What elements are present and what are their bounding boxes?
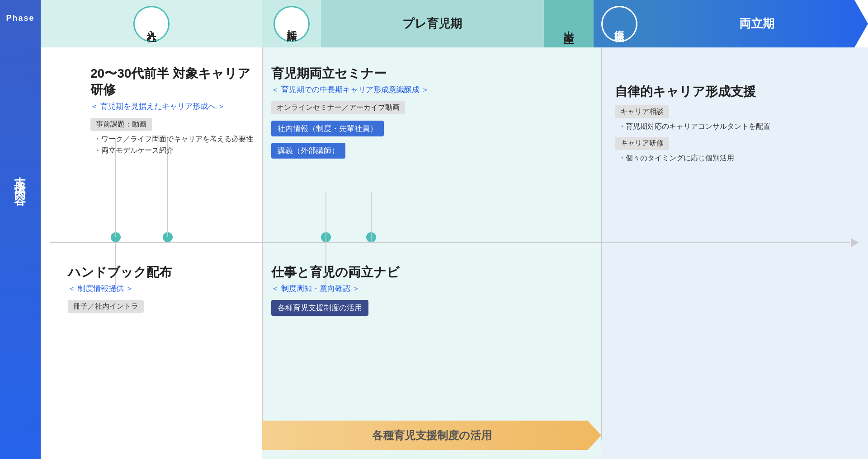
career-support-block: 自律的キャリア形成支援 キャリア相談 ・育児期対応のキャリアコンサルタントを配置… [615,84,796,165]
divider-2 [601,47,602,440]
ryoritsu-label: 両立期 [739,16,774,32]
seminar-tag2: 社内情報（制度・先輩社員） [271,121,384,136]
career-support-item1-sub: ・育児期対応のキャリアコンサルタントを配置 [618,122,796,131]
nyusha-circle: 入社 [133,6,170,42]
career-support-item2-sub: ・個々のタイミングに応じ個別活用 [618,154,796,163]
career-training-tag1: 事前課題：動画 [90,118,152,131]
pre-label: プレ育児期 [402,16,462,32]
phase-shussan: 出産 [544,0,594,47]
seminar-block: 育児期両立セミナー ＜ 育児期での中長期キャリア形成意識醸成 ＞ オンラインセミ… [271,66,461,162]
navi-title: 仕事と育児の両立ナビ [271,264,461,281]
phase-ryoritsu: 両立期 [646,0,868,47]
phase-label: Phase [6,14,34,23]
navi-subtitle: ＜ 制度周知・意向確認 ＞ [271,283,461,294]
handbook-block: ハンドブック配布 ＜ 制度情報提供 ＞ 冊子／社内イントラ [68,264,231,317]
content-area: 20〜30代前半 対象キャリア研修 ＜ 育児期を見据えたキャリア形成へ ＞ 事前… [41,47,868,459]
divider-1 [262,47,263,440]
career-training-bullet2: ・両立モデルケース紹介 [94,146,258,155]
orange-banner: 各種育児支援制度の活用 [262,421,601,450]
career-support-item2-label: キャリア研修 [615,137,669,150]
navi-block: 仕事と育児の両立ナビ ＜ 制度周知・意向確認 ＞ 各種育児支援制度の活用 [271,264,461,319]
handbook-tag1: 冊子／社内イントラ [68,300,144,313]
handbook-title: ハンドブック配布 [68,264,231,281]
seminar-tag3: 講義（外部講師） [271,143,345,159]
orange-banner-text: 各種育児支援制度の活用 [372,428,492,443]
phase-nyusha: 入社 [41,0,262,47]
timeline-line [50,242,850,243]
phase-fukushoku: 復職 [594,0,646,47]
navi-tag1: 各種育児支援制度の活用 [271,300,368,316]
seminar-tag1: オンラインセミナー／アーカイブ動画 [271,101,405,114]
phase-pre: プレ育児期 [321,0,544,47]
connector-4 [371,192,372,242]
career-training-title: 20〜30代前半 対象キャリア研修 [90,66,258,98]
shussan-text: 出産 [561,22,576,26]
fukushoku-circle: 復職 [601,6,637,42]
timeline-arrow [851,238,859,247]
career-support-item1-label: キャリア相談 [615,105,669,118]
left-bar: Phase 支援内容 [0,0,41,459]
phase-ninshin: 妊娠 [262,0,321,47]
ninshin-circle: 妊娠 [274,6,310,42]
seminar-title: 育児期両立セミナー [271,66,461,82]
header-row: 入社 妊娠 プレ育児期 出産 復職 両立期 [41,0,868,47]
main-label: 支援内容 [13,168,28,189]
career-training-subtitle: ＜ 育児期を見据えたキャリア形成へ ＞ [90,101,258,112]
career-training-bullet1: ・ワーク／ライフ両面でキャリアを考える必要性 [94,135,258,144]
handbook-subtitle: ＜ 制度情報提供 ＞ [68,283,231,294]
career-training-block: 20〜30代前半 対象キャリア研修 ＜ 育児期を見据えたキャリア形成へ ＞ 事前… [90,66,258,157]
connector-3 [326,192,326,242]
seminar-subtitle: ＜ 育児期での中長期キャリア形成意識醸成 ＞ [271,84,461,95]
career-support-title: 自律的キャリア形成支援 [615,84,796,100]
